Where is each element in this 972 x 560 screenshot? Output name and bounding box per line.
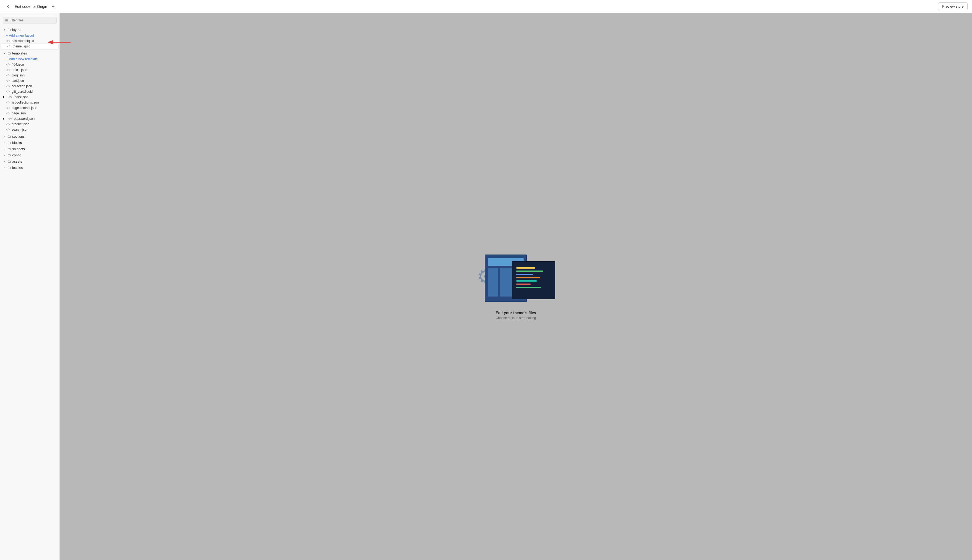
main-layout: ☰ ▾ 🗀 layout + Add a new layout </> pass… xyxy=(0,13,972,560)
file-name: password.liquid xyxy=(12,39,34,43)
dot-indicator xyxy=(3,96,4,98)
filter-box[interactable]: ☰ xyxy=(3,17,57,24)
header-left: Edit code for Origin ··· xyxy=(4,3,57,10)
file-article[interactable]: </>article.json xyxy=(0,67,59,73)
chevron-down-icon: ▾ xyxy=(3,28,6,31)
chevron-right-icon: › xyxy=(3,148,6,150)
chevron-right-icon: › xyxy=(3,167,6,169)
file-name: 404.json xyxy=(12,63,24,67)
file-name: theme.liquid xyxy=(13,45,30,48)
sidebar-item-assets[interactable]: › 🗀 assets xyxy=(0,158,59,165)
code-icon: </> xyxy=(6,79,10,82)
folder-icon: 🗀 xyxy=(7,147,11,151)
back-button[interactable] xyxy=(4,3,12,10)
folder-icon: 🗀 xyxy=(7,153,11,157)
main-content: ⚙ xyxy=(60,13,972,560)
header: Edit code for Origin ··· Preview store xyxy=(0,0,972,13)
file-name: list-collections.json xyxy=(12,100,39,104)
preview-store-button[interactable]: Preview store xyxy=(938,2,968,10)
add-template-link[interactable]: + Add a new template xyxy=(0,57,59,62)
file-password-liquid[interactable]: </> password.liquid xyxy=(0,38,59,43)
edit-title: Edit your theme's files xyxy=(496,311,536,315)
file-name: blog.json xyxy=(12,73,25,77)
file-collection[interactable]: </>collection.json xyxy=(0,83,59,89)
code-icon: </> xyxy=(6,123,10,126)
file-name: page.json xyxy=(12,112,26,115)
folder-label-locales: locales xyxy=(12,166,23,170)
more-options-button[interactable]: ··· xyxy=(50,3,57,10)
add-template-label: Add a new template xyxy=(9,57,38,61)
folder-label-snippets: snippets xyxy=(12,147,25,151)
file-password-json[interactable]: </> password.json xyxy=(0,116,59,122)
folder-label-templates: templates xyxy=(12,52,27,55)
edit-subtitle: Choose a file to start editing xyxy=(496,316,536,320)
file-name: index.json xyxy=(14,95,28,99)
code-icon: </> xyxy=(6,106,10,110)
folder-label-blocks: blocks xyxy=(12,141,22,145)
folder-label-sections: sections xyxy=(12,135,25,138)
file-theme-liquid[interactable]: </> theme.liquid xyxy=(1,43,59,49)
folder-icon: 🗀 xyxy=(7,166,11,170)
code-icon: </> xyxy=(6,63,10,66)
folder-icon: 🗀 xyxy=(7,28,11,32)
file-cart[interactable]: </>cart.json xyxy=(0,78,59,83)
folder-label-config: config xyxy=(12,153,21,157)
code-icon: </> xyxy=(6,39,10,43)
file-blog[interactable]: </>blog.json xyxy=(0,73,59,78)
code-icon: </> xyxy=(8,117,12,120)
code-icon: </> xyxy=(8,95,12,99)
sidebar-item-templates[interactable]: ▾ 🗀 templates xyxy=(0,50,59,57)
file-gift-card[interactable]: </>gift_card.liquid xyxy=(0,89,59,94)
sidebar-item-sections[interactable]: › 🗀 sections xyxy=(0,133,59,140)
edit-info: Edit your theme's files Choose a file to… xyxy=(496,311,536,320)
folder-label-layout: layout xyxy=(12,28,21,32)
folder-icon: 🗀 xyxy=(7,159,11,163)
code-icon: </> xyxy=(6,68,10,72)
plus-icon: + xyxy=(6,33,8,37)
file-name: collection.json xyxy=(12,84,32,88)
file-name: gift_card.liquid xyxy=(12,90,33,93)
code-icon: </> xyxy=(6,128,10,131)
code-icon: </> xyxy=(6,112,10,115)
add-layout-label: Add a new layout xyxy=(9,33,34,37)
file-page-contact[interactable]: </>page.contact.json xyxy=(0,105,59,111)
folder-icon: 🗀 xyxy=(7,135,11,138)
file-name: product.json xyxy=(12,122,29,126)
add-layout-link[interactable]: + Add a new layout xyxy=(0,33,59,38)
plus-icon: + xyxy=(6,57,8,61)
filter-icon: ☰ xyxy=(5,19,8,22)
code-icon: </> xyxy=(6,74,10,77)
code-icon: </> xyxy=(6,101,10,104)
code-icon: </> xyxy=(7,45,12,48)
file-name: search.json xyxy=(12,128,28,132)
file-404[interactable]: </>404.json xyxy=(0,62,59,67)
code-icon: </> xyxy=(6,85,10,88)
sidebar-item-snippets[interactable]: › 🗀 snippets xyxy=(0,146,59,152)
chevron-right-icon: › xyxy=(3,135,6,138)
edit-illustration: ⚙ xyxy=(477,253,555,307)
file-list-collections[interactable]: </>list-collections.json xyxy=(0,100,59,105)
file-name: article.json xyxy=(12,68,27,72)
sidebar-item-config[interactable]: › 🗀 config xyxy=(0,152,59,158)
code-icon: </> xyxy=(6,90,10,93)
filter-input[interactable] xyxy=(10,18,54,22)
chevron-right-icon: › xyxy=(3,160,6,163)
folder-icon: 🗀 xyxy=(7,51,11,55)
file-name: cart.json xyxy=(12,79,24,83)
folder-icon: 🗀 xyxy=(7,141,11,145)
file-page[interactable]: </>page.json xyxy=(0,111,59,116)
folder-label-assets: assets xyxy=(12,160,22,163)
sidebar-item-locales[interactable]: › 🗀 locales xyxy=(0,165,59,171)
dot-indicator xyxy=(3,118,4,120)
chevron-right-icon: › xyxy=(3,154,6,157)
code-card xyxy=(512,261,555,299)
file-search[interactable]: </>search.json xyxy=(0,127,59,132)
sidebar-item-blocks[interactable]: › 🗀 blocks xyxy=(0,140,59,146)
sidebar-item-layout[interactable]: ▾ 🗀 layout xyxy=(0,27,59,33)
chevron-right-icon: › xyxy=(3,142,6,144)
sidebar: ☰ ▾ 🗀 layout + Add a new layout </> pass… xyxy=(0,13,60,560)
file-index[interactable]: </> index.json xyxy=(0,94,59,100)
chevron-down-icon: ▾ xyxy=(3,52,6,55)
file-name: page.contact.json xyxy=(12,106,37,110)
file-product[interactable]: </>product.json xyxy=(0,122,59,127)
